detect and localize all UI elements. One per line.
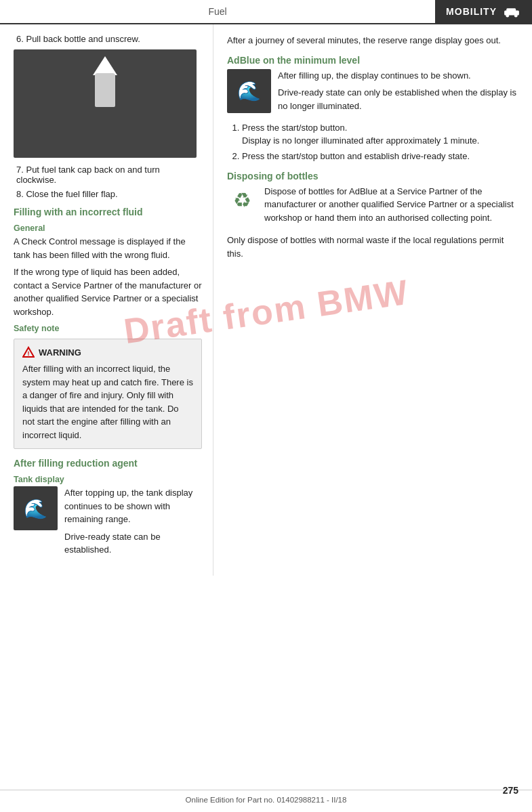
right-column: After a journey of several minutes, the … [213, 24, 532, 576]
car-icon [502, 5, 521, 18]
general-text-1: A Check Control message is displayed if … [14, 235, 202, 261]
header-fuel-tab: Fuel [0, 0, 435, 23]
adblue-text-2: Drive-ready state can only be establishe… [278, 86, 521, 112]
main-content: 6. Pull back bottle and unscrew. 7. Put … [0, 24, 532, 576]
step-1-label: Press the start/stop button. [242, 123, 347, 133]
svg-point-3 [514, 14, 518, 18]
disposing-text-1: Dispose of bottles for AdBlue at a Servi… [264, 185, 521, 225]
step-7: 7. Put fuel tank cap back on and turn cl… [14, 165, 202, 185]
step-2-label: Press the start/stop button and establis… [242, 151, 470, 161]
step-2-item: Press the start/stop button and establis… [242, 150, 521, 163]
page-header: Fuel MOBILITY [0, 0, 532, 24]
footer-text: Online Edition for Part no. 01402988211 … [0, 796, 532, 804]
tank-display-texts: After topping up, the tank display conti… [64, 486, 202, 561]
step-6-num: 6. [16, 34, 24, 44]
general-text-2: If the wrong type of liquid has been add… [14, 265, 202, 318]
left-column: 6. Pull back bottle and unscrew. 7. Put … [0, 24, 213, 576]
subsection-general-heading: General [14, 223, 202, 233]
header-mobility-tab: MOBILITY [435, 0, 532, 23]
warning-title-row: ! WARNING [22, 346, 193, 358]
up-arrow-icon [93, 56, 117, 75]
section-filling-heading: Filling with an incorrect fluid [14, 206, 202, 218]
warning-box: ! WARNING After filling with an incorrec… [14, 339, 202, 449]
section-after-filling-heading: After filling reduction agent [14, 457, 202, 469]
svg-text:!: ! [28, 350, 30, 357]
fuel-label: Fuel [208, 6, 226, 17]
svg-point-2 [506, 14, 509, 18]
bottle-image [14, 49, 197, 158]
step-8-text: Close the fuel filler flap. [26, 189, 117, 199]
mobility-label: MOBILITY [446, 6, 497, 17]
tank-icon-image [14, 486, 58, 530]
tank-display-row: After topping up, the tank display conti… [14, 486, 202, 561]
svg-rect-1 [506, 8, 516, 12]
step-1-item: Press the start/stop button. Display is … [242, 122, 521, 148]
page-footer: Online Edition for Part no. 01402988211 … [0, 790, 532, 804]
subsection-safety-heading: Safety note [14, 324, 202, 333]
step-8-num: 8. [16, 189, 24, 199]
warning-label: WARNING [39, 347, 81, 358]
step-6-text: Pull back bottle and unscrew. [26, 34, 140, 44]
adblue-texts: After filling up, the display continues … [278, 69, 521, 117]
warning-triangle-icon: ! [22, 346, 35, 358]
tank-display-text-2: Drive-ready state can be established. [64, 530, 202, 557]
recycle-icon: ♻ [227, 185, 258, 215]
step-7-text: Put fuel tank cap back on and turn clock… [16, 165, 160, 185]
tank-display-text-1: After topping up, the tank display conti… [64, 486, 202, 526]
section-adblue-heading: AdBlue on the minimum level [227, 54, 521, 66]
warning-body-text: After filling with an incorrect liquid, … [22, 362, 193, 442]
subsection-tank-display-heading: Tank display [14, 475, 202, 484]
adblue-icon-row: After filling up, the display continues … [227, 69, 521, 117]
page-number: 275 [503, 785, 518, 796]
section-disposing-heading: Disposing of bottles [227, 170, 521, 182]
adblue-text-1: After filling up, the display continues … [278, 69, 521, 83]
step-1-detail: Display is no longer illuminated after a… [242, 135, 479, 146]
disposing-row: ♻ Dispose of bottles for AdBlue at a Ser… [227, 185, 521, 229]
step-7-num: 7. [16, 165, 24, 175]
adblue-icon-image [227, 69, 271, 113]
disposing-texts: Dispose of bottles for AdBlue at a Servi… [264, 185, 521, 229]
step-8: 8. Close the fuel filler flap. [14, 189, 202, 199]
bottle-shape-icon [95, 73, 115, 107]
disposing-text-2: Only dispose of bottles with normal wast… [227, 234, 521, 260]
journey-text: After a journey of several minutes, the … [227, 34, 521, 47]
steps-list: Press the start/stop button. Display is … [227, 122, 521, 163]
step-6: 6. Pull back bottle and unscrew. [14, 34, 202, 44]
